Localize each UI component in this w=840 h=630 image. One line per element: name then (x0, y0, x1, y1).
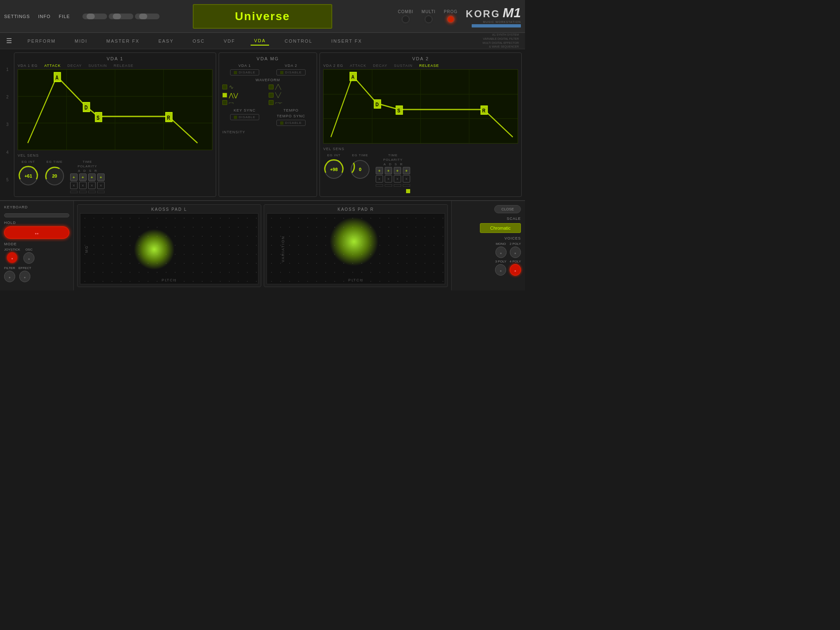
vdamg-vda2-led (280, 71, 283, 74)
nav-vda[interactable]: VDA (251, 37, 269, 46)
joystick-button[interactable]: ● (7, 252, 17, 263)
wave-tri[interactable]: ⋀⋁ (222, 92, 267, 98)
wave-sq[interactable]: ⌐¬ (222, 100, 267, 105)
vda2-decay-label: DECAY (373, 64, 387, 68)
mono-button[interactable]: ● (495, 247, 507, 258)
vda2-polarity-letters: A D S R (376, 162, 410, 166)
vda1-plus-a[interactable]: + (70, 173, 78, 181)
svg-text:D: D (84, 104, 88, 111)
prog-led (447, 16, 454, 23)
vda1-polarity-subtitle: POLARITY (70, 164, 105, 168)
file-button[interactable]: FILE (59, 14, 70, 19)
nav-insertfx[interactable]: INSERT FX (328, 37, 365, 45)
vda2-egint-knob[interactable]: +98 (323, 159, 345, 180)
side-num-1: 1 (3, 67, 11, 72)
vda2-plus-a[interactable]: + (376, 167, 383, 174)
vdamg-vda1-disable[interactable]: DISABLE (230, 69, 259, 75)
nav-perform[interactable]: PERFORM (24, 37, 59, 45)
vda1-sustain-label: SUSTAIN (89, 64, 107, 68)
poly2-item: 2 POLY ● (510, 242, 521, 258)
vdamg-vda1: VDA 1 DISABLE (222, 64, 267, 75)
poly4-button[interactable]: ● (510, 264, 521, 276)
nav-vdf[interactable]: VDF (220, 37, 238, 45)
osc-button[interactable]: ● (23, 252, 34, 264)
vda1-egtime-knob[interactable]: 20 (44, 165, 65, 187)
poly2-button[interactable]: ● (510, 247, 521, 258)
nav-osc[interactable]: OSC (189, 37, 208, 45)
hold-button[interactable]: ●● (4, 226, 69, 239)
vda2-envelope: A D S R (323, 69, 518, 144)
wave-revsaw-shape: ╲╱ (275, 92, 281, 98)
vda2-egtime-knob[interactable]: 0 (349, 159, 371, 180)
wave-saw[interactable]: ╱╲ (269, 84, 313, 90)
vda2-x-s[interactable]: × (394, 175, 401, 183)
vda1-x-s[interactable]: × (88, 182, 96, 189)
vda2-indicator (406, 189, 410, 193)
vda1-line-a (70, 191, 78, 193)
vda2-x-d[interactable]: × (385, 175, 392, 183)
vdamg-vda2-disable-text: DISABLE (285, 71, 302, 74)
kaoss-r-y-label: VARIATION (281, 235, 285, 262)
program-display: Universe (193, 4, 332, 29)
waveform-grid: ∿ ╱╲ ⋀⋁ ╲╱ (222, 84, 313, 105)
vda2-x-a[interactable]: × (376, 175, 383, 183)
vda2-egtime-group: EG TIME 0 (349, 153, 371, 180)
vda1-egint-value: +61 (25, 173, 32, 178)
key-sync-group: KEY SYNC DISABLE (222, 108, 267, 126)
kaoss-section: KAOSS PAD L MG PITCH KAOSS PAD R VARIATI… (74, 201, 451, 290)
vda1-plus-r[interactable]: + (97, 173, 105, 181)
nav-easy[interactable]: EASY (155, 37, 177, 45)
vdamg-vda1-label: VDA 1 (238, 64, 251, 68)
vda1-x-r[interactable]: × (97, 182, 105, 189)
vda1-x-a[interactable]: × (70, 182, 78, 189)
kaoss-r-area[interactable]: VARIATION PITCH (267, 213, 445, 284)
hold-section: HOLD ●● (4, 221, 69, 239)
vda2-x-row: × × × × (376, 175, 410, 183)
voices-group: VOICES MONO ● 2 POLY ● (495, 236, 521, 276)
vda2-egtime-value: 0 (359, 167, 361, 172)
wave-revsaw[interactable]: ╲╱ (269, 92, 313, 98)
slider-2[interactable] (109, 14, 133, 19)
vda1-plus-d[interactable]: + (79, 173, 87, 181)
prog-mode[interactable]: PROG (444, 9, 457, 23)
key-sync-disable[interactable]: DISABLE (230, 114, 259, 120)
key-sync-title: KEY SYNC (234, 108, 256, 112)
vda2-plus-s[interactable]: + (394, 167, 401, 174)
vda2-x-r[interactable]: × (403, 175, 410, 183)
multi-mode[interactable]: MULTI (422, 9, 436, 23)
vdamg-vda2-disable[interactable]: DISABLE (276, 69, 306, 75)
bottom-right-controls: CLOSE SCALE Chromatic VOICES MONO ● (451, 201, 525, 290)
poly3-button[interactable]: ● (495, 264, 506, 276)
scale-value[interactable]: Chromatic (480, 223, 521, 233)
nav-midi[interactable]: MIDI (71, 37, 91, 45)
vdamg-vda1-led (234, 71, 237, 74)
effect-button[interactable]: ● (19, 271, 30, 282)
kaoss-l-area[interactable]: MG PITCH (80, 213, 258, 284)
info-button[interactable]: INFO (38, 14, 50, 19)
nav-control[interactable]: CONTROL (281, 37, 316, 45)
side-num-2: 2 (3, 95, 11, 99)
kaoss-l-title: KAOSS PAD L (80, 207, 258, 212)
settings-button[interactable]: SETTINGS (4, 14, 30, 19)
wave-sine[interactable]: ∿ (222, 84, 267, 90)
nav-masterfx[interactable]: MASTER FX (103, 37, 143, 45)
vda1-egint-knob[interactable]: +61 (18, 165, 39, 187)
tempo-sync-disable[interactable]: DISABLE (276, 120, 306, 126)
slider-1[interactable] (82, 14, 107, 19)
slider-3[interactable] (135, 14, 160, 19)
vda2-plus-r[interactable]: + (403, 167, 410, 174)
poly4-label: 4 POLY (510, 260, 521, 263)
kaoss-r-title: KAOSS PAD R (267, 207, 445, 212)
vda1-x-d[interactable]: × (79, 182, 87, 189)
filter-button[interactable]: ● (4, 271, 15, 282)
vda2-plus-d[interactable]: + (385, 167, 392, 174)
close-button[interactable]: CLOSE (494, 205, 521, 213)
wave-saw-shape: ╱╲ (275, 84, 281, 90)
tempo-sync-text: DISABLE (285, 121, 302, 125)
menu-icon[interactable]: ☰ (6, 37, 12, 45)
vda1-plus-s[interactable]: + (88, 173, 96, 181)
combi-mode[interactable]: COMBI (398, 9, 413, 23)
vda2-vel-sens: VEL SENS (323, 147, 518, 151)
keyboard-button[interactable] (4, 213, 69, 217)
wave-pulse[interactable]: ⌐¬⌐ (269, 100, 313, 105)
